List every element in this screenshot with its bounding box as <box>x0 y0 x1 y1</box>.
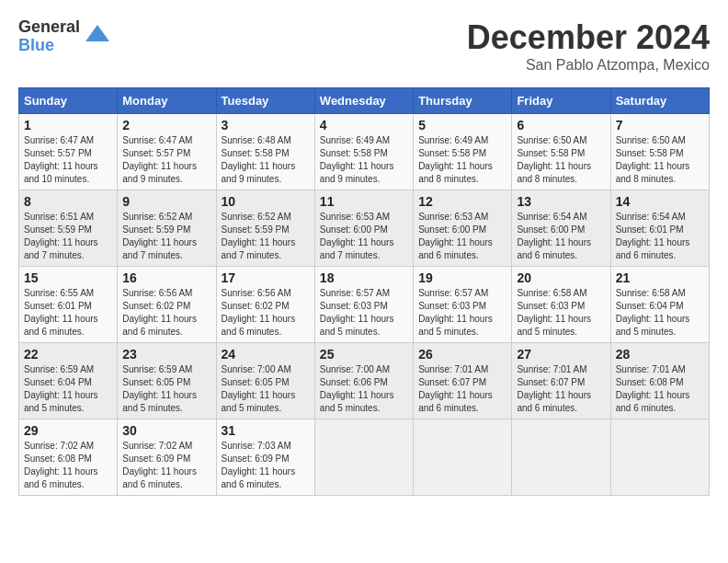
daylight-label: Daylight: 11 hours and 6 minutes. <box>24 466 98 489</box>
day-info: Sunrise: 6:58 AM Sunset: 6:03 PM Dayligh… <box>517 287 605 339</box>
logo-general-text: General <box>18 18 80 37</box>
sunrise-label: Sunrise: 6:59 AM <box>122 364 192 374</box>
sunset-label: Sunset: 6:00 PM <box>320 224 388 235</box>
location: San Pablo Atzompa, Mexico <box>467 57 710 74</box>
sunrise-label: Sunrise: 6:49 AM <box>418 135 488 145</box>
sunrise-label: Sunrise: 6:53 AM <box>418 212 488 222</box>
day-info: Sunrise: 6:53 AM Sunset: 6:00 PM Dayligh… <box>418 211 506 262</box>
day-info: Sunrise: 6:52 AM Sunset: 5:59 PM Dayligh… <box>222 211 310 262</box>
calendar-table: SundayMondayTuesdayWednesdayThursdayFrid… <box>18 87 710 496</box>
calendar-cell: 10 Sunrise: 6:52 AM Sunset: 5:59 PM Dayl… <box>216 190 314 267</box>
sunrise-label: Sunrise: 6:52 AM <box>222 212 291 222</box>
sunrise-label: Sunrise: 6:57 AM <box>418 288 488 298</box>
day-info: Sunrise: 6:56 AM Sunset: 6:02 PM Dayligh… <box>122 287 210 339</box>
daylight-label: Daylight: 11 hours and 6 minutes. <box>418 390 493 413</box>
day-number: 13 <box>517 194 605 209</box>
day-number: 20 <box>517 270 605 285</box>
sunrise-label: Sunrise: 6:58 AM <box>616 288 686 298</box>
sunrise-label: Sunrise: 6:53 AM <box>320 212 390 222</box>
calendar-cell: 8 Sunrise: 6:51 AM Sunset: 5:59 PM Dayli… <box>19 190 118 267</box>
day-number: 17 <box>222 270 310 285</box>
day-number: 25 <box>320 347 408 362</box>
daylight-label: Daylight: 11 hours and 5 minutes. <box>320 314 394 337</box>
weekday-header-tuesday: Tuesday <box>216 88 314 114</box>
sunrise-label: Sunrise: 7:02 AM <box>24 441 94 451</box>
sunset-label: Sunset: 6:03 PM <box>517 301 585 311</box>
day-number: 15 <box>24 270 112 285</box>
sunrise-label: Sunrise: 7:02 AM <box>122 441 192 451</box>
sunrise-label: Sunrise: 6:52 AM <box>122 212 192 222</box>
sunrise-label: Sunrise: 7:00 AM <box>320 364 390 374</box>
day-info: Sunrise: 6:59 AM Sunset: 6:05 PM Dayligh… <box>122 363 210 415</box>
sunset-label: Sunset: 6:08 PM <box>616 377 684 387</box>
calendar-cell <box>314 419 413 496</box>
sunrise-label: Sunrise: 6:48 AM <box>222 135 291 145</box>
sunset-label: Sunset: 6:01 PM <box>616 224 684 235</box>
day-info: Sunrise: 7:02 AM Sunset: 6:08 PM Dayligh… <box>24 440 112 491</box>
daylight-label: Daylight: 11 hours and 8 minutes. <box>517 161 591 184</box>
calendar-cell: 22 Sunrise: 6:59 AM Sunset: 6:04 PM Dayl… <box>19 343 118 419</box>
day-number: 30 <box>122 423 210 438</box>
calendar-cell: 15 Sunrise: 6:55 AM Sunset: 6:01 PM Dayl… <box>19 267 118 343</box>
day-info: Sunrise: 6:57 AM Sunset: 6:03 PM Dayligh… <box>418 287 506 339</box>
day-number: 16 <box>122 270 210 285</box>
sunset-label: Sunset: 5:58 PM <box>320 148 388 158</box>
day-info: Sunrise: 6:49 AM Sunset: 5:58 PM Dayligh… <box>418 134 506 186</box>
day-info: Sunrise: 7:02 AM Sunset: 6:09 PM Dayligh… <box>122 440 210 491</box>
sunset-label: Sunset: 6:05 PM <box>122 377 190 387</box>
day-number: 4 <box>320 118 408 132</box>
day-number: 12 <box>418 194 506 209</box>
calendar-cell: 1 Sunrise: 6:47 AM Sunset: 5:57 PM Dayli… <box>19 114 118 190</box>
day-number: 10 <box>222 194 310 209</box>
calendar-cell: 20 Sunrise: 6:58 AM Sunset: 6:03 PM Dayl… <box>512 267 610 343</box>
sunrise-label: Sunrise: 7:00 AM <box>222 364 291 374</box>
daylight-label: Daylight: 11 hours and 8 minutes. <box>418 161 493 184</box>
calendar-cell: 7 Sunrise: 6:50 AM Sunset: 5:58 PM Dayli… <box>610 114 709 190</box>
day-number: 28 <box>616 347 704 362</box>
calendar-header: SundayMondayTuesdayWednesdayThursdayFrid… <box>19 88 710 114</box>
calendar-cell: 6 Sunrise: 6:50 AM Sunset: 5:58 PM Dayli… <box>512 114 610 190</box>
sunrise-label: Sunrise: 6:57 AM <box>320 288 390 298</box>
day-number: 3 <box>222 118 310 132</box>
day-info: Sunrise: 6:57 AM Sunset: 6:03 PM Dayligh… <box>320 287 408 339</box>
daylight-label: Daylight: 11 hours and 5 minutes. <box>320 390 394 413</box>
daylight-label: Daylight: 11 hours and 7 minutes. <box>24 237 98 260</box>
sunset-label: Sunset: 6:08 PM <box>24 454 92 464</box>
sunset-label: Sunset: 5:58 PM <box>222 148 290 158</box>
weekday-header-thursday: Thursday <box>414 88 512 114</box>
sunrise-label: Sunrise: 6:50 AM <box>616 135 686 145</box>
day-number: 1 <box>24 118 112 132</box>
title-block: December 2024 San Pablo Atzompa, Mexico <box>467 18 710 74</box>
page-header: General Blue December 2024 San Pablo Atz… <box>18 18 710 74</box>
day-number: 6 <box>517 118 605 132</box>
sunset-label: Sunset: 5:57 PM <box>24 148 92 158</box>
calendar-cell: 28 Sunrise: 7:01 AM Sunset: 6:08 PM Dayl… <box>610 343 709 419</box>
day-info: Sunrise: 6:48 AM Sunset: 5:58 PM Dayligh… <box>222 134 310 186</box>
day-number: 29 <box>24 423 112 438</box>
calendar-cell: 26 Sunrise: 7:01 AM Sunset: 6:07 PM Dayl… <box>414 343 512 419</box>
day-number: 19 <box>418 270 506 285</box>
daylight-label: Daylight: 11 hours and 6 minutes. <box>222 314 296 337</box>
sunrise-label: Sunrise: 6:59 AM <box>24 364 94 374</box>
sunset-label: Sunset: 5:58 PM <box>517 148 585 158</box>
sunset-label: Sunset: 5:58 PM <box>418 148 486 158</box>
sunset-label: Sunset: 5:59 PM <box>122 224 190 235</box>
calendar-cell: 19 Sunrise: 6:57 AM Sunset: 6:03 PM Dayl… <box>414 267 512 343</box>
daylight-label: Daylight: 11 hours and 6 minutes. <box>24 314 98 337</box>
calendar-cell: 25 Sunrise: 7:00 AM Sunset: 6:06 PM Dayl… <box>314 343 413 419</box>
calendar-cell: 23 Sunrise: 6:59 AM Sunset: 6:05 PM Dayl… <box>118 343 216 419</box>
sunset-label: Sunset: 6:02 PM <box>122 301 190 311</box>
weekday-header-monday: Monday <box>118 88 216 114</box>
day-number: 26 <box>418 347 506 362</box>
sunset-label: Sunset: 6:02 PM <box>222 301 290 311</box>
sunset-label: Sunset: 6:07 PM <box>517 377 585 387</box>
daylight-label: Daylight: 11 hours and 6 minutes. <box>616 237 690 260</box>
day-info: Sunrise: 6:54 AM Sunset: 6:01 PM Dayligh… <box>616 211 704 262</box>
calendar-week-2: 8 Sunrise: 6:51 AM Sunset: 5:59 PM Dayli… <box>19 190 710 267</box>
sunrise-label: Sunrise: 6:51 AM <box>24 212 94 222</box>
day-number: 8 <box>24 194 112 209</box>
sunrise-label: Sunrise: 7:03 AM <box>222 441 291 451</box>
logo-icon <box>84 23 111 51</box>
sunset-label: Sunset: 6:01 PM <box>24 301 92 311</box>
sunset-label: Sunset: 6:09 PM <box>222 454 290 464</box>
